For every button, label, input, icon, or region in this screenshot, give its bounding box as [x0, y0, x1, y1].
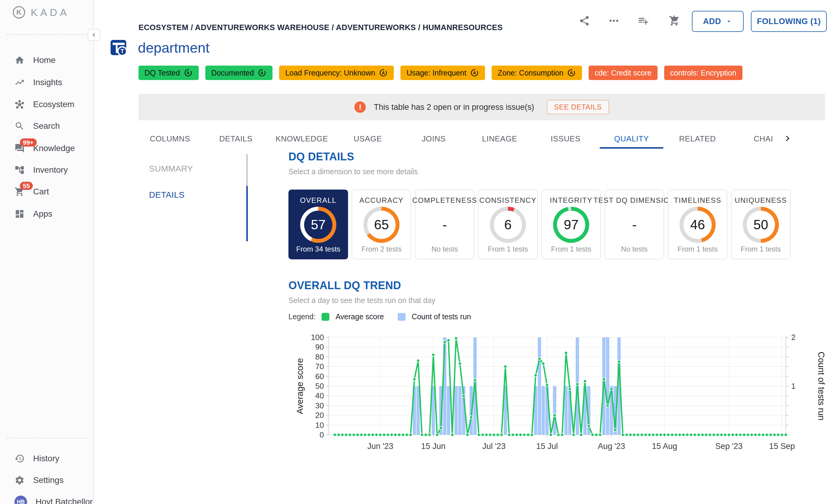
dimension-score-donut: -	[616, 207, 652, 243]
sidebar-item-apps[interactable]: Apps	[0, 205, 94, 223]
dq-trend-chart[interactable]: 010203040506070809010012Jun '2315 JunJul…	[288, 319, 840, 475]
tab-issues[interactable]: ISSUES	[532, 129, 598, 149]
dimension-tests-label: From 1 tests	[488, 245, 528, 253]
svg-text:80: 80	[315, 352, 324, 361]
tabs-scroll-right-button[interactable]	[781, 132, 794, 145]
tag-zone[interactable]: Zone: Consumption A	[492, 66, 582, 80]
svg-text:A: A	[187, 71, 190, 75]
tab-lineage[interactable]: LINEAGE	[467, 129, 532, 149]
dimension-score-donut: 97	[553, 207, 589, 243]
dimension-card-integrity[interactable]: INTEGRITY 97 From 1 tests	[541, 190, 601, 259]
knowledge-icon: 99+	[15, 143, 25, 154]
tab-details[interactable]: DETAILS	[203, 129, 269, 149]
following-button[interactable]: FOLLOWING (1)	[751, 11, 827, 32]
dimension-card-accuracy[interactable]: ACCURACY 65 From 2 tests	[352, 190, 411, 259]
sidebar-divider-top	[6, 34, 87, 35]
svg-text:0: 0	[320, 430, 324, 439]
svg-text:60: 60	[315, 372, 324, 381]
auto-badge-icon: A	[567, 68, 576, 77]
alert-text: This table has 2 open or in progress iss…	[374, 103, 534, 112]
page: K KADA Home Insights	[0, 0, 840, 504]
dimension-card-completeness[interactable]: COMPLETENESS - No tests	[415, 190, 474, 259]
sidebar: K KADA Home Insights	[0, 0, 94, 504]
sidebar-item-inventory[interactable]: Inventory	[0, 161, 94, 179]
sidebar-item-ecosystem[interactable]: Ecosystem	[0, 95, 94, 113]
history-icon	[15, 453, 25, 464]
add-button[interactable]: ADD	[692, 11, 743, 32]
tag-controls[interactable]: controls: Encryption	[664, 66, 742, 80]
tag-label: DQ Tested	[144, 69, 180, 77]
dimension-card-uniqueness[interactable]: UNIQUENESS 50 From 1 tests	[731, 190, 791, 259]
tab-overflow-clipped[interactable]: CHAI	[730, 129, 777, 149]
sidebar-item-label: Apps	[33, 209, 52, 219]
tab-quality[interactable]: QUALITY	[598, 129, 664, 149]
breadcrumb[interactable]: ECOSYSTEM / ADVENTUREWORKS WAREHOUSE / A…	[139, 23, 503, 32]
user-name: Hoyt Batchellor	[36, 497, 93, 504]
svg-text:30: 30	[315, 401, 324, 410]
settings-icon	[15, 475, 25, 485]
dimension-label: CONSISTENCY	[479, 196, 537, 204]
tab-columns[interactable]: COLUMNS	[137, 129, 203, 149]
brand-logo[interactable]: K KADA	[12, 5, 70, 19]
tag-cde[interactable]: cde: Credit score	[589, 66, 658, 80]
svg-text:Jul '23: Jul '23	[482, 442, 506, 451]
svg-text:90: 90	[315, 342, 324, 352]
dimension-card-test-dq-dimension[interactable]: TEST DQ DIMENSION - No tests	[605, 190, 664, 259]
sidebar-item-cart[interactable]: 55 Cart	[0, 183, 94, 201]
sidebar-item-insights[interactable]: Insights	[0, 73, 94, 91]
sidebar-item-history[interactable]: History	[0, 450, 94, 468]
svg-text:15 Sep: 15 Sep	[769, 442, 795, 451]
dimension-score: -	[442, 217, 447, 232]
dimension-tests-label: No tests	[432, 245, 458, 253]
avatar: HB	[15, 496, 27, 504]
dimension-label: TIMELINESS	[674, 196, 721, 204]
sidebar-user[interactable]: HB Hoyt Batchellor	[0, 493, 94, 504]
dimension-card-consistency[interactable]: CONSISTENCY 6 From 1 tests	[478, 190, 538, 259]
dimension-card-overall[interactable]: OVERALL 57 From 34 tests	[288, 190, 348, 259]
tab-usage[interactable]: USAGE	[335, 129, 401, 149]
more-options-icon[interactable]	[608, 17, 619, 29]
sidebar-item-home[interactable]: Home	[0, 51, 94, 69]
tab-related[interactable]: RELATED	[664, 129, 730, 149]
svg-text:Count of tests run: Count of tests run	[817, 352, 826, 421]
playlist-add-icon[interactable]	[638, 15, 649, 26]
dq-details-heading: DQ DETAILS	[288, 150, 354, 163]
dimension-card-timeliness[interactable]: TIMELINESS 46 From 1 tests	[668, 190, 728, 259]
dimension-label: COMPLETENESS	[412, 196, 477, 204]
share-icon[interactable]	[579, 15, 590, 26]
subnav-scrollbar-thumb[interactable]	[246, 186, 248, 241]
tag-dq-tested[interactable]: DQ Tested A	[139, 66, 199, 80]
subnav-summary[interactable]: SUMMARY	[149, 164, 193, 174]
svg-text:50: 50	[315, 381, 324, 391]
auto-badge-icon: A	[470, 68, 479, 77]
dimension-label: INTEGRITY	[550, 196, 593, 204]
dimension-tests-label: From 2 tests	[361, 245, 401, 253]
add-to-cart-icon[interactable]	[668, 15, 680, 26]
see-details-button[interactable]: SEE DETAILS	[547, 100, 609, 114]
sidebar-collapse-button[interactable]	[88, 29, 100, 41]
tag-usage[interactable]: Usage: Infrequent A	[400, 66, 485, 80]
svg-text:A: A	[473, 71, 476, 75]
subnav-details[interactable]: DETAILS	[149, 190, 185, 200]
svg-text:Aug '23: Aug '23	[598, 442, 625, 451]
tab-joins[interactable]: JOINS	[401, 129, 467, 149]
sidebar-item-settings[interactable]: Settings	[0, 471, 94, 489]
svg-text:15 Jul: 15 Jul	[536, 442, 558, 451]
auto-badge-icon: A	[183, 68, 193, 77]
sidebar-item-search[interactable]: Search	[0, 117, 94, 135]
svg-text:70: 70	[315, 362, 324, 371]
tag-load-frequency[interactable]: Load Frequency: Unknown A	[279, 66, 394, 80]
dimension-score: 46	[690, 217, 705, 232]
tab-knowledge[interactable]: KNOWLEDGE	[269, 129, 335, 149]
subnav-scrollbar[interactable]	[246, 154, 248, 241]
tag-label: Zone: Consumption	[498, 69, 563, 77]
chart-grid	[326, 336, 788, 437]
tag-label: Load Frequency: Unknown	[285, 69, 375, 77]
sidebar-item-knowledge[interactable]: 99+ Knowledge	[0, 139, 94, 157]
ecosystem-icon	[15, 99, 25, 109]
add-button-label: ADD	[703, 17, 721, 26]
average-score-dots[interactable]	[333, 337, 787, 436]
svg-text:Average score: Average score	[295, 358, 305, 414]
tag-documented[interactable]: Documented A	[205, 66, 273, 80]
sidebar-item-label: Home	[33, 55, 56, 65]
